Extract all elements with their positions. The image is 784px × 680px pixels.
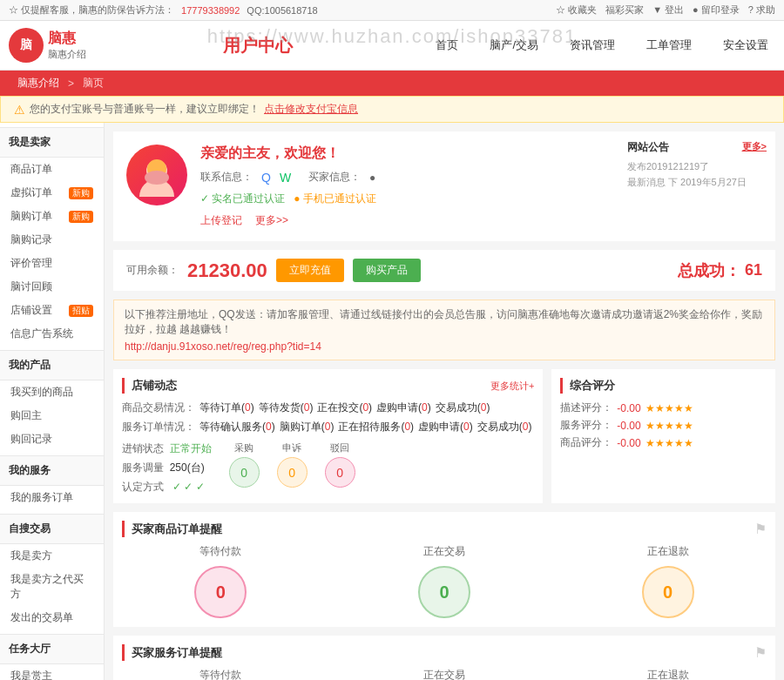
header: 脑 脑惠 脑惠介绍 用户中心 首页 脑产/交易 资讯管理 工单管理 安全设置 h… [0,21,784,71]
nav-info[interactable]: 资讯管理 [563,33,622,57]
sidebar-item-bought[interactable]: 我买到的商品 [0,380,104,404]
buy-products-button[interactable]: 购买产品 [353,259,421,282]
svc-success[interactable]: 交易成功(0) [477,420,532,434]
svc-order-pending: 等待付款 0 [194,668,247,680]
logo: 脑 脑惠 脑惠介绍 [9,28,86,63]
service-qty-label: 服务调量 250(台) [122,461,212,475]
top-bar-qq: QQ:1005618718 [247,5,317,16]
service-auth-label: 认定方式 ✓ ✓ ✓ [122,480,212,495]
sidebar: 我是卖家 商品订单 虚拟订单 新购 脑购订单 新购 脑购记录 评价管理 脑讨回顾… [0,123,105,680]
notice-link[interactable]: 点击修改支付宝信息 [264,102,358,117]
dyn-wait-ship[interactable]: 等待发货(0) [259,401,314,415]
shop-dynamics-card: 店铺动态 更多统计+ 商品交易情况： 等待订单(0) 等待发货(0) 正在投交(… [113,369,543,503]
sidebar-item-shop-settings[interactable]: 店铺设置 招贴 [0,299,104,322]
service-status-label: 进销状态 正常开始 [122,441,212,456]
rating-product: 商品评分： -0.00 ★★★★★ [560,435,767,450]
sidebar-section-auto-trade: 自搜交易 [0,514,104,544]
svc-order-refund: 正在退款 0 [642,668,694,680]
dyn-virtual-apply[interactable]: 虚购申请(0) [376,401,431,415]
top-bar-favorites[interactable]: ☆ 收藏夹 [556,3,597,17]
svg-point-3 [145,171,169,185]
nav-home[interactable]: 首页 [429,33,465,57]
sidebar-item-brain-order[interactable]: 脑购订单 新购 [0,205,104,228]
stats-more[interactable]: 更多>> [255,213,288,228]
sidebar-item-is-buyer-proxy[interactable]: 我是卖方之代买方 [0,568,104,606]
top-bar-notice: ☆ 仅提醒客服，脑惠的防保告诉方法： [9,3,174,17]
sidebar-item-discuss[interactable]: 脑讨回顾 [0,275,104,299]
network-notice-more[interactable]: 更多> [742,140,767,155]
notice-text: 您的支付宝账号与普通账号一样，建议立即绑定！ [30,102,260,117]
nav-security[interactable]: 安全设置 [716,33,775,57]
real-name-verify: ✓ 实名已通过认证 [200,192,285,206]
svc-refund[interactable]: 虚购申请(0) [418,420,473,434]
trade-count: 总成功： 61 [678,260,762,281]
referral-url: http://danju.91xoso.net/reg/reg.php?tid=… [125,340,764,353]
buyer-order-icon: ⚑ [754,521,767,537]
shop-dynamics-more[interactable]: 更多统计+ [490,380,534,393]
stats-upload[interactable]: 上传登记 [200,213,242,228]
top-bar-lottery[interactable]: 福彩买家 [605,3,644,17]
buyer-order-header: 买家商品订单提醒 ⚑ [122,521,767,537]
content: 亲爱的主友，欢迎您！ 联系信息： Q W 买家信息： ● ✓ 实名已通过认证 ●… [105,123,784,680]
top-bar-phone: 17779338992 [181,5,240,16]
svc-serving[interactable]: 正在招待服务(0) [338,420,414,434]
shop-dynamics-title: 店铺动态 [132,378,177,394]
breadcrumb-current[interactable]: 脑页 [83,76,104,91]
sidebar-item-task-master[interactable]: 我是赏主 [0,664,104,680]
user-stats: 上传登记 更多>> [200,213,762,228]
top-bar-logout[interactable]: ▼ 登出 [652,3,684,17]
notice-icon: ⚠ [14,103,25,117]
rating-header: 综合评分 [560,378,767,394]
rating-title: 综合评分 [570,378,615,394]
trade-count-value: 61 [745,261,762,279]
sidebar-item-ad-system[interactable]: 信息广告系统 [0,322,104,346]
sidebar-item-buy-master[interactable]: 购回主 [0,404,104,428]
buyer-order-items: 等待付款 0 正在交易 0 正在退款 0 [122,544,767,618]
circle-buyback: 采购 0 [229,441,260,495]
breadcrumb-separator: > [68,77,74,90]
sidebar-item-sent-trade[interactable]: 发出的交易单 [0,606,104,630]
buyer-service-icon: ⚑ [754,644,767,661]
buyer-service-items: 等待付款 0 正在交易 0 正在退款 0 [122,668,767,680]
virtual-order-badge: 新购 [69,187,93,199]
buyer-service-header: 买家服务订单提醒 ⚑ [122,644,767,661]
referral-desc: 以下推荐注册地址，QQ发送：请加客服管理、请通过线链接付出的会员总告服，访问脑惠… [125,307,764,337]
nav-orders[interactable]: 工单管理 [639,33,699,57]
sidebar-item-review[interactable]: 评价管理 [0,252,104,275]
buyer-order-title: 买家商品订单提醒 [132,522,222,537]
sidebar-item-virtual-order[interactable]: 虚拟订单 新购 [0,181,104,205]
buyer-order-pending: 等待付款 0 [194,544,247,618]
sidebar-item-buy-record[interactable]: 购回记录 [0,428,104,451]
brain-order-badge: 新购 [69,211,93,223]
recharge-button[interactable]: 立即充值 [276,259,344,282]
announce-items: 发布2019121219了 最新消息 下 2019年5月27日 [627,159,767,190]
header-title: 用户中心 [223,34,293,57]
sidebar-item-product-order[interactable]: 商品订单 [0,158,104,181]
dyn-in-delivery[interactable]: 正在投交(0) [317,401,372,415]
sidebar-section-seller: 我是卖家 [0,127,104,158]
sidebar-item-is-seller[interactable]: 我是卖方 [0,544,104,568]
logo-text: 脑惠 [48,30,86,48]
user-verify: ✓ 实名已通过认证 ● 手机已通过认证 [200,192,762,206]
credit-bar: 可用余额： 21230.00 立即充值 购买产品 总成功： 61 [113,250,775,291]
user-info-card: 亲爱的主友，欢迎您！ 联系信息： Q W 买家信息： ● ✓ 实名已通过认证 ●… [113,131,775,241]
dyn-wait-order[interactable]: 等待订单(0) [199,401,254,415]
svc-wait-confirm[interactable]: 等待确认服务(0) [199,420,275,434]
sidebar-item-brain-record[interactable]: 脑购记录 [0,228,104,252]
top-bar-help[interactable]: ? 求助 [748,3,775,17]
buyer-order-refund: 正在退款 0 [642,544,694,618]
svc-brain-order[interactable]: 脑购订单(0) [280,420,335,434]
announce-date-2: 最新消息 下 2019年5月27日 [627,175,767,191]
circle-return: 申诉 0 [277,441,308,495]
buyer-order-trading: 正在交易 0 [418,544,470,618]
top-bar-right: ☆ 收藏夹 福彩买家 ▼ 登出 ● 留印登录 ? 求助 [556,3,775,17]
top-bar-login[interactable]: ● 留印登录 [693,3,740,17]
shop-dynamics-header: 店铺动态 更多统计+ [122,378,534,394]
breadcrumb-home[interactable]: 脑惠介绍 [17,76,59,91]
dyn-trade-success[interactable]: 交易成功(0) [436,401,490,415]
rating-service: 服务评分： -0.00 ★★★★★ [560,418,767,433]
top-bar-left: ☆ 仅提醒客服，脑惠的防保告诉方法： 17779338992 QQ:100561… [9,3,318,17]
nav-products[interactable]: 脑产/交易 [483,33,545,57]
buyer-service-title: 买家服务订单提醒 [132,645,222,661]
sidebar-item-service-order[interactable]: 我的服务订单 [0,486,104,509]
